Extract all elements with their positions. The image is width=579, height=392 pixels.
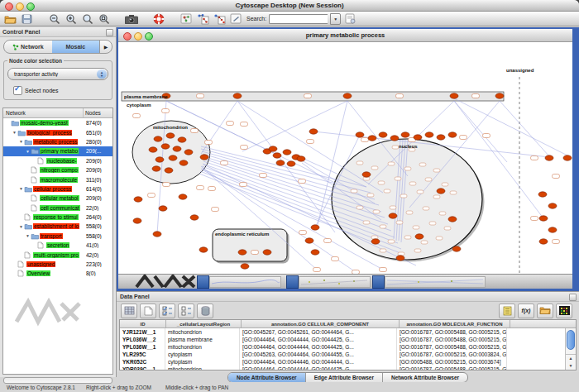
gene-node[interactable]: [371, 239, 380, 244]
column-header[interactable]: annotation.GO CELLULAR_COMPONENT: [242, 320, 400, 328]
disclosure-triangle-icon[interactable]: ▼: [18, 224, 24, 229]
tab-node-attribute-browser[interactable]: Node Attribute Browser: [228, 373, 306, 382]
gene-node[interactable]: [199, 247, 208, 252]
tree-col-nodes[interactable]: Nodes: [84, 108, 112, 117]
gene-node[interactable]: [161, 144, 170, 149]
gene-node-labeled[interactable]: [197, 94, 204, 98]
gene-node[interactable]: [156, 157, 164, 162]
disclosure-triangle-icon[interactable]: ▼: [12, 130, 17, 135]
gene-node-small[interactable]: [419, 163, 426, 166]
gene-node-small[interactable]: [395, 177, 401, 180]
disclosure-triangle-icon[interactable]: ▼: [25, 149, 31, 154]
gene-node-small[interactable]: [356, 161, 363, 165]
gene-node[interactable]: [343, 93, 352, 98]
help-icon[interactable]: [151, 12, 165, 25]
gene-node-labeled[interactable]: [197, 186, 204, 190]
gene-node-labeled[interactable]: [483, 134, 490, 138]
gene-node-labeled[interactable]: [460, 136, 467, 140]
gene-node-small[interactable]: [436, 237, 443, 240]
tree-row[interactable]: mosaic-demo-yeast874(0): [3, 118, 112, 127]
gene-node-labeled[interactable]: [205, 141, 213, 145]
gene-node-labeled[interactable]: [553, 240, 560, 244]
search-dropdown-icon[interactable]: ▼: [330, 13, 341, 25]
gene-node-small[interactable]: [371, 166, 378, 170]
table-scrollbar-thumb[interactable]: [567, 330, 575, 350]
gene-node[interactable]: [396, 256, 404, 261]
gene-node[interactable]: [190, 215, 199, 220]
merge-networks-icon[interactable]: [195, 12, 209, 25]
column-header[interactable]: annotation.GO MOLECULAR_FUNCTION: [400, 320, 510, 328]
tab-mosaic[interactable]: Mosaic: [52, 41, 100, 53]
table-row[interactable]: YLR295Ccytoplasm[GO:0045263, GO:0044464,…: [120, 351, 576, 358]
tree-row[interactable]: nucleobase-209(0): [3, 156, 112, 165]
gene-node-small[interactable]: [367, 194, 374, 197]
gene-node[interactable]: [149, 147, 157, 152]
gene-node-small[interactable]: [439, 212, 446, 215]
tree-row[interactable]: ▼metabolic process280(0): [3, 137, 112, 146]
select-all-attributes-icon[interactable]: [159, 304, 175, 318]
open-session-icon[interactable]: [3, 12, 17, 25]
gene-node-small[interactable]: [444, 227, 451, 230]
gene-node-labeled[interactable]: [162, 109, 170, 113]
tree-row[interactable]: cell communicat22(0): [3, 203, 112, 213]
zoom-out-icon[interactable]: [47, 12, 61, 25]
gene-node[interactable]: [165, 168, 173, 173]
background-view-thumb[interactable]: [299, 276, 371, 288]
tree-row[interactable]: multi-organism pro42(0): [3, 250, 112, 259]
gene-node-small[interactable]: [380, 249, 386, 252]
gene-node[interactable]: [390, 136, 399, 141]
gene-node[interactable]: [362, 172, 371, 177]
gene-node[interactable]: [425, 132, 433, 137]
gene-node-small[interactable]: [388, 162, 395, 165]
gene-node-small[interactable]: [409, 182, 416, 185]
gene-node-small[interactable]: [396, 221, 403, 224]
gene-node[interactable]: [450, 93, 458, 98]
tree-row[interactable]: macromolecule311(0): [3, 174, 112, 184]
gene-node[interactable]: [538, 192, 547, 197]
gene-node-labeled[interactable]: [396, 94, 404, 98]
gene-node-small[interactable]: [351, 189, 357, 193]
gene-node-labeled[interactable]: [227, 122, 234, 126]
gene-node-small[interactable]: [423, 207, 429, 210]
disclosure-triangle-icon[interactable]: ▼: [18, 186, 24, 191]
gene-node-labeled[interactable]: [240, 183, 247, 187]
gene-node[interactable]: [179, 194, 187, 199]
gene-node-labeled[interactable]: [133, 114, 141, 118]
float-data-panel-icon[interactable]: [569, 294, 577, 301]
gene-node-labeled[interactable]: [299, 179, 306, 184]
gene-node-small[interactable]: [425, 178, 432, 181]
background-window-button[interactable]: [372, 275, 385, 289]
table-row[interactable]: YKR052Ccytoplasm[GO:0044464, GO:0044446,…: [120, 358, 576, 366]
gene-node-small[interactable]: [371, 236, 378, 239]
gene-node[interactable]: [153, 232, 161, 237]
gene-node-small[interactable]: [450, 191, 457, 194]
gene-node-small[interactable]: [398, 252, 404, 256]
tab-overflow-button[interactable]: ▶: [99, 41, 112, 53]
gene-node[interactable]: [539, 216, 548, 221]
gene-node-labeled[interactable]: [307, 140, 314, 144]
gene-node-labeled[interactable]: [163, 183, 170, 187]
overlay-networks-icon[interactable]: [212, 12, 226, 25]
gene-node[interactable]: [152, 166, 160, 171]
gene-node-labeled[interactable]: [221, 161, 228, 165]
tree-row[interactable]: nitrogen compo209(0): [3, 165, 112, 174]
gene-node-small[interactable]: [417, 190, 423, 194]
gene-node-labeled[interactable]: [299, 231, 307, 235]
gene-node[interactable]: [276, 160, 285, 165]
save-session-icon[interactable]: [20, 12, 34, 25]
gene-node-small[interactable]: [404, 167, 411, 170]
gene-node[interactable]: [545, 155, 553, 160]
gene-node-small[interactable]: [390, 206, 396, 209]
gene-node[interactable]: [169, 155, 177, 160]
network-canvas[interactable]: plasma membranecytoplasmmitochondrionnuc…: [118, 42, 572, 289]
background-view-thumb[interactable]: [385, 276, 486, 288]
column-header[interactable]: ID: [120, 320, 166, 328]
gene-node[interactable]: [166, 133, 175, 138]
background-view-thumb[interactable]: [209, 276, 281, 288]
tree-row[interactable]: ▼primary metabo209(...: [3, 146, 112, 155]
color-attribute-dropdown[interactable]: transporter activity ▲▼: [7, 68, 108, 80]
tree-row[interactable]: ▼transport558(0): [3, 232, 112, 241]
background-window-button[interactable]: [197, 275, 209, 289]
gene-node-labeled[interactable]: [531, 217, 538, 221]
gene-node[interactable]: [401, 132, 409, 137]
